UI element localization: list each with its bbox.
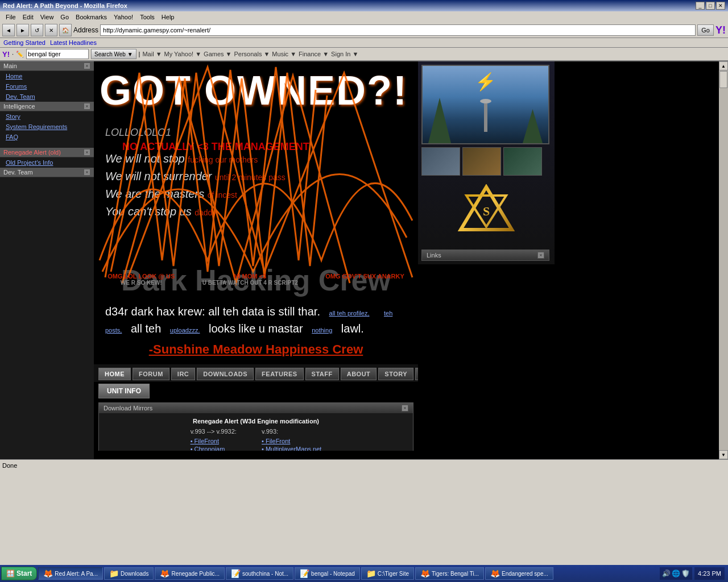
forward-button[interactable]: ► (16, 24, 29, 36)
scroll-up[interactable]: ▲ (719, 61, 728, 70)
version-new: v.993: FileFront MultiplayerMaps.net CnC… (262, 428, 321, 451)
links-header: Links × (422, 250, 549, 260)
svg-text:S: S (483, 204, 490, 218)
sidebar-devteam2-toggle[interactable]: × (84, 169, 90, 176)
thumbnail-1[interactable] (421, 147, 460, 176)
stop-button[interactable]: ✕ (45, 24, 57, 36)
bookmark-getting-started[interactable]: Getting Started (3, 39, 46, 46)
hack-item-1: OMG LOL LOOK @ US WE R SO KEW! (107, 273, 175, 286)
yahoo-music[interactable]: Music ▼ (272, 51, 296, 57)
address-bar-container: Address Go Y! (73, 24, 726, 36)
hack-footer: -Sunshine Meadow Happiness Crew (105, 340, 407, 359)
links-toggle[interactable]: × (537, 252, 544, 259)
sidebar-item-forums[interactable]: Forums (0, 81, 94, 92)
thumbnail-2[interactable] (462, 147, 501, 176)
yahoo-separator: · (12, 51, 14, 57)
scroll-down[interactable]: ▼ (719, 450, 728, 459)
version-old: v.993 --> v.9932: FileFront Chronoiam Mu… (191, 428, 250, 451)
home-button[interactable]: 🏠 (59, 24, 72, 36)
minimize-button[interactable]: _ (696, 2, 705, 10)
back-button[interactable]: ◄ (2, 24, 15, 36)
yahoo-personals[interactable]: Personals ▼ (234, 51, 270, 57)
sidebar-item-sysreq[interactable]: System Requirements (0, 122, 94, 132)
nav-staff[interactable]: STAFF (305, 368, 339, 380)
game-nav: HOME FORUM IRC DOWNLOADS FEATURES STAFF … (94, 364, 418, 382)
nav-features[interactable]: FEATURES (255, 368, 303, 380)
sidebar-renegade-toggle[interactable]: × (84, 149, 90, 156)
hack-link-uploadzzz[interactable]: uploadzzz. (164, 325, 206, 335)
yahoo-bar: Y! · ✏️ Search Web ▼ | Mail ▼ My Yahoo! … (0, 48, 728, 61)
nav-about[interactable]: ABOUT (341, 368, 377, 380)
hack-item-2: HI MOM <3 U BETTA WATCH OUT 4 R SCRIPT2 (202, 273, 298, 286)
nav-faq[interactable]: FAQ (415, 368, 418, 380)
sidebar-intel-toggle[interactable]: × (84, 103, 90, 110)
game-logo: S (458, 184, 515, 241)
sidebar-item-faq[interactable]: FAQ (0, 132, 94, 142)
links-section: Links × (421, 250, 549, 261)
dl-new-multiplayer[interactable]: MultiplayerMaps.net (262, 445, 321, 451)
unit-info-button[interactable]: UNIT INFO (98, 384, 150, 398)
close-button[interactable]: ✕ (716, 2, 725, 10)
hack-line-2: We will not surrender until 2 minutes pa… (105, 170, 286, 183)
right-panel: ⚡ (418, 61, 555, 264)
window-controls[interactable]: _ □ ✕ (696, 2, 725, 10)
hack-link-nothing[interactable]: nothing (306, 325, 338, 335)
sidebar-item-home[interactable]: Home (0, 71, 94, 81)
sidebar-renegade-header: Renegade Alert (old) × (0, 148, 94, 157)
vertical-scrollbar[interactable]: ▲ ▼ (719, 61, 728, 459)
yahoo-signin[interactable]: Sign In ▼ (331, 51, 358, 57)
toolbar: ◄ ► ↺ ✕ 🏠 Address Go Y! (0, 23, 728, 38)
scroll-thumb[interactable] (719, 71, 727, 88)
yahoo-myyahoo[interactable]: My Yahoo! ▼ (164, 51, 202, 57)
hack-overlay: GOT OWNED?! LOLLOLOLO1 NO ACTUALLY <3 TH… (94, 61, 418, 451)
thumbnail-3[interactable] (503, 147, 542, 176)
search-web-button[interactable]: Search Web ▼ (91, 49, 136, 59)
search-input[interactable] (26, 49, 89, 59)
dl-old-chronoiam[interactable]: Chronoiam (191, 445, 250, 451)
tree-right (523, 109, 543, 143)
sidebar-item-story[interactable]: Story (0, 111, 94, 122)
nav-irc[interactable]: IRC (171, 368, 195, 380)
menu-tools[interactable]: Tools (136, 13, 158, 22)
bookmark-headlines[interactable]: Latest Headlines (50, 39, 97, 46)
sidebar-item-devteam1[interactable]: Dev. Team (0, 92, 94, 102)
menu-help[interactable]: Help (158, 13, 178, 22)
restore-button[interactable]: □ (706, 2, 715, 10)
menu-bookmarks[interactable]: Bookmarks (72, 13, 110, 22)
scroll-track (719, 70, 728, 450)
menu-go[interactable]: Go (57, 13, 72, 22)
reload-button[interactable]: ↺ (31, 24, 43, 36)
sidebar-main-toggle[interactable]: × (84, 63, 90, 69)
address-input[interactable] (100, 24, 696, 36)
download-toggle[interactable]: × (402, 405, 408, 411)
thumbnail-row (421, 147, 551, 176)
hack-lines: We will not stop fucking our mothers We … (105, 152, 286, 223)
hack-item-3: OMG GOV'T SUX ANARKY (325, 273, 404, 286)
sidebar-item-oldproject[interactable]: Old Project's Info (0, 157, 94, 168)
dl-new-filefront[interactable]: FileFront (262, 437, 321, 445)
yahoo-logo: Y! (2, 50, 10, 59)
download-content: Renegade Alert (W3d Engine modification)… (99, 413, 413, 451)
menu-edit[interactable]: Edit (19, 13, 37, 22)
menu-file[interactable]: File (2, 13, 19, 22)
menu-view[interactable]: View (37, 13, 57, 22)
yahoo-mail[interactable]: Mail ▼ (142, 51, 162, 57)
download-section: Download Mirrors × Renegade Alert (W3d E… (98, 402, 413, 451)
pencil-icon: ✏️ (16, 51, 24, 58)
yahoo-games[interactable]: Games ▼ (204, 51, 231, 57)
go-button[interactable]: Go (697, 24, 714, 36)
nav-downloads[interactable]: DOWNLOADS (197, 368, 254, 380)
bottom-hack-links: OMG LOL LOOK @ US WE R SO KEW! HI MOM <3… (94, 273, 418, 286)
yahoo-finance[interactable]: Finance ▼ (299, 51, 329, 57)
nav-story[interactable]: STORY (378, 368, 413, 380)
nav-home[interactable]: HOME (98, 368, 131, 380)
menu-yahoo[interactable]: Yahoo! (110, 13, 136, 22)
status-text: Done (2, 462, 726, 469)
hack-line-1: We will not stop fucking our mothers (105, 152, 286, 165)
nav-forum[interactable]: FORUM (133, 368, 169, 380)
sidebar-intel-header: Intelligence × (0, 102, 94, 111)
download-versions: v.993 --> v.9932: FileFront Chronoiam Mu… (104, 428, 408, 451)
sidebar-devteam2-header: Dev. Team × (0, 168, 94, 177)
hack-link-profilez[interactable]: all teh profilez, (324, 308, 375, 318)
dl-old-filefront[interactable]: FileFront (191, 437, 250, 445)
